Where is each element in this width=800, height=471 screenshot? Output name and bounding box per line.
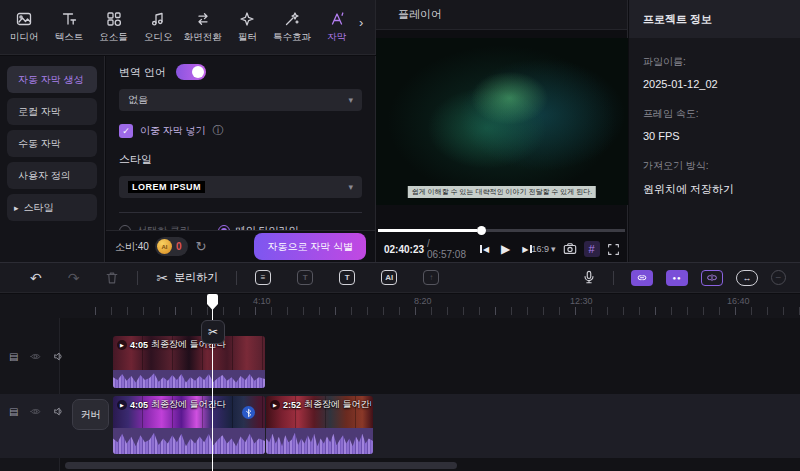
translate-toggle[interactable]	[176, 64, 206, 80]
tab-transition-label: 화면전환	[184, 31, 222, 44]
next-frame-button[interactable]: ▶	[522, 245, 531, 254]
fullscreen-icon[interactable]	[607, 243, 620, 256]
video-preview[interactable]: 쉽게 이해할 수 있는 대략적인 이야기 전달할 수 있게 된다.	[376, 38, 628, 205]
style-select[interactable]: LOREM IPSUM ▾	[119, 176, 362, 198]
total-time: / 06:57:08	[427, 238, 466, 260]
info-icon[interactable]: ⓘ	[213, 123, 224, 138]
cover-button-label: 커버	[81, 408, 101, 422]
redo-button[interactable]: ↷	[68, 270, 80, 286]
track-visibility-eye-icon[interactable]	[30, 351, 41, 362]
playhead-scissors-button[interactable]: ✂	[201, 320, 225, 344]
sidebar-item-local-subtitle[interactable]: 로컬 자막	[7, 98, 97, 125]
track2-clip-2[interactable]: ▶ 2:52 최종장에 들어간다	[266, 396, 373, 454]
scissors-icon: ✂	[156, 270, 168, 286]
sidebar-item-manual-subtitle[interactable]: 수동 자막	[7, 130, 97, 157]
tab-text[interactable]: 텍스트	[47, 11, 92, 44]
elements-icon	[106, 11, 122, 27]
seek-handle[interactable]	[477, 226, 486, 235]
tab-effects[interactable]: 특수효과	[270, 11, 315, 44]
timeline-toolbar: ↶ ↷ ✂ 분리하기 ≡ T T AI ↑ ●● ↔	[0, 262, 800, 293]
text-clip-disabled-button[interactable]: T	[297, 270, 313, 285]
track1-header: ▤	[9, 351, 64, 362]
ai-caption-button[interactable]: AI	[381, 270, 397, 285]
upload-arrow-icon: ↑	[429, 273, 433, 282]
chevron-right-icon: ›	[359, 15, 363, 30]
timeline-ruler[interactable]: 4:10 8:20 12:30 16:40	[0, 294, 800, 318]
track2-clip-1[interactable]: ▶ 4:05 최종장에 들어간다	[113, 396, 265, 454]
minus-icon: −	[776, 272, 782, 283]
track-mute-speaker-icon[interactable]	[53, 406, 64, 417]
sidebar-item-custom[interactable]: 사용자 정의	[7, 162, 97, 189]
project-info-header: 프로젝트 정보	[629, 0, 800, 38]
tab-subtitles[interactable]: 자막	[314, 11, 359, 44]
cover-button[interactable]: 커버	[72, 399, 109, 430]
clip-duration: 4:05	[130, 400, 148, 410]
ai-coin-icon: AI	[157, 239, 172, 254]
expand-arrow-icon: ▸	[14, 203, 19, 213]
track1-clip[interactable]: ▶ 4:05 최종장에 들어간다	[113, 336, 265, 388]
fit-timeline-button[interactable]: ↔	[736, 270, 758, 286]
subtitle-sidebar: 자동 자막 생성 로컬 자막 수동 자막 사용자 정의 ▸ 스타일	[0, 56, 105, 262]
clip-waveform	[113, 428, 265, 454]
tab-elements[interactable]: 요소들	[91, 11, 136, 44]
tab-audio[interactable]: 오디오	[136, 11, 181, 44]
text-clip-button[interactable]: T	[339, 270, 355, 285]
sidebar-item-label: 수동 자막	[18, 137, 61, 151]
player-controls: 02:40:23 / 06:57:08 ◀ ▶ ▶ 16:9 ▾	[376, 236, 627, 262]
tab-filter-label: 필터	[238, 31, 257, 44]
play-badge-icon: ▶	[270, 400, 280, 410]
auto-recognize-subtitles-button[interactable]: 자동으로 자막 식별	[254, 233, 366, 260]
tab-audio-label: 오디오	[144, 31, 173, 44]
filter-icon	[239, 11, 255, 27]
delete-trash-icon[interactable]	[105, 271, 119, 285]
step-back-icon: ◀	[483, 245, 489, 254]
transition-icon	[195, 11, 211, 27]
ai-icon: AI	[385, 273, 393, 282]
language-select[interactable]: 없음 ▾	[119, 89, 362, 111]
export-clip-button[interactable]: ↑	[423, 270, 439, 285]
undo-button[interactable]: ↶	[30, 270, 42, 286]
track-visibility-eye-icon[interactable]	[30, 406, 41, 417]
sidebar-item-style[interactable]: ▸ 스타일	[7, 194, 97, 221]
text-t-icon: T	[303, 273, 308, 282]
aspect-ratio-select[interactable]: 16:9 ▾	[532, 244, 556, 254]
current-time: 02:40:23	[384, 244, 424, 255]
microphone-icon[interactable]	[582, 270, 596, 285]
effects-icon	[284, 11, 300, 27]
refresh-icon[interactable]: ↻	[195, 239, 206, 254]
tab-filter[interactable]: 필터	[225, 11, 270, 44]
play-button[interactable]: ▶	[501, 242, 510, 256]
timeline-tracks: ▤ ▤ 커버 ▶ 4:05 최종장에 들어간다	[0, 318, 800, 471]
clip-title: 최종장에 들어간다	[304, 398, 371, 411]
player-panel: 플레이어 쉽게 이해할 수 있는 대략적인 이야기 전달할 수 있게 된다. 0…	[376, 0, 628, 262]
dual-subtitle-checkbox[interactable]: ✓	[119, 124, 133, 138]
play-badge-icon: ▶	[117, 400, 127, 410]
waveform-bars	[266, 428, 373, 454]
unlink-button[interactable]	[701, 270, 723, 286]
sidebar-item-auto-subtitle[interactable]: 자동 자막 생성	[7, 66, 97, 93]
magnet-snap-button[interactable]: ●●	[666, 270, 688, 286]
file-name-label: 파일이름:	[643, 55, 786, 69]
clip-label: ▶ 2:52 최종장에 들어간다	[270, 398, 371, 411]
horizontal-scrollbar[interactable]	[65, 462, 457, 469]
top-nav: 미디어 텍스트 요소들 오디오 화면전환 필터 특수효과 자막	[0, 0, 376, 55]
tab-transition[interactable]: 화면전환	[181, 11, 226, 44]
track-mute-speaker-icon[interactable]	[53, 351, 64, 362]
nav-more-button[interactable]: ›	[359, 15, 373, 40]
tab-text-label: 텍스트	[55, 31, 84, 44]
snapshot-camera-icon[interactable]	[563, 242, 577, 256]
split-button[interactable]: ✂ 분리하기	[156, 270, 218, 286]
crop-frame-button[interactable]: #	[584, 241, 600, 257]
fit-arrows-icon: ↔	[743, 273, 752, 283]
zoom-out-button[interactable]: −	[771, 270, 786, 285]
app-root: 미디어 텍스트 요소들 오디오 화면전환 필터 특수효과 자막	[0, 0, 800, 471]
tab-elements-label: 요소들	[99, 31, 128, 44]
text-icon	[61, 11, 77, 27]
player-seekbar[interactable]	[378, 226, 625, 235]
tab-media[interactable]: 미디어	[2, 11, 47, 44]
auto-ripple-link-button[interactable]	[631, 270, 653, 286]
play-badge-icon: ▶	[117, 340, 127, 350]
subtitle-badge-button[interactable]: ≡	[255, 270, 271, 285]
previous-frame-button[interactable]: ◀	[480, 245, 489, 254]
track-type-film-icon: ▤	[9, 406, 18, 417]
